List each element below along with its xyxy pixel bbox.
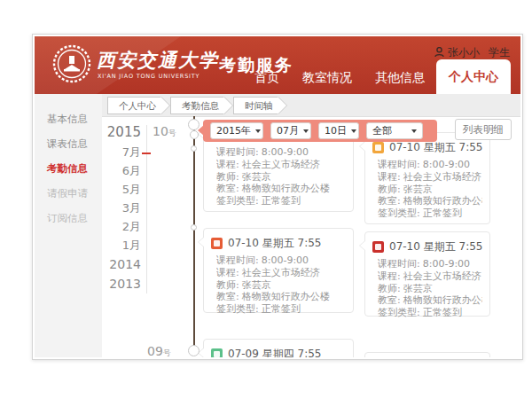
year-nav-axis — [146, 125, 147, 293]
card-field: 教室:格物致知行政办公楼 — [216, 291, 346, 303]
timeline-nav-item[interactable]: 6月 — [104, 161, 141, 180]
caret-down-icon — [303, 129, 309, 133]
timeline-nav-item[interactable]: 2013 — [104, 274, 141, 293]
card-field: 课程时间:8:00-9:00 — [378, 159, 482, 171]
status-icon — [372, 142, 384, 153]
nav-home[interactable]: 首页 — [243, 60, 291, 94]
app-header: 西安交通大学 XI'AN JIAO TONG UNIVERSITY 考勤服务 张… — [35, 36, 520, 94]
user-role: 学生 — [489, 45, 510, 60]
sidebar-item[interactable]: 考勤信息 — [35, 156, 102, 181]
card-field: 签到类型:正常签到 — [378, 307, 482, 319]
selected-month-tick — [142, 153, 151, 154]
card-field: 教室:格物致知行政办公楼 — [216, 183, 346, 195]
caret-down-icon — [351, 129, 356, 133]
status-icon — [211, 348, 223, 357]
timeline-node — [188, 345, 200, 356]
card-field: 教师:张芸京 — [378, 283, 482, 295]
timeline-nav-item[interactable]: 2月 — [104, 217, 141, 236]
card-field: 教师:张芸京 — [378, 184, 482, 196]
card-field: 课程时间:8:00-9:00 — [216, 146, 346, 159]
card-field: 课程:社会主义市场经济 — [378, 270, 482, 283]
timeline-nav-item[interactable]: 2015 — [104, 122, 141, 143]
app-viewport: 西安交通大学 XI'AN JIAO TONG UNIVERSITY 考勤服务 张… — [35, 36, 520, 357]
sidebar-item[interactable]: 订阅信息 — [35, 206, 102, 231]
sidebar-item[interactable]: 基本信息 — [35, 106, 102, 131]
day-marker-10: 10号 — [153, 124, 176, 139]
attendance-card — [364, 352, 490, 357]
card-field: 课程:社会主义市场经济 — [216, 159, 346, 171]
timeline-axis — [193, 116, 195, 354]
month-dropdown[interactable]: 07月 — [270, 122, 311, 139]
timeline-nav-item[interactable]: 5月 — [104, 180, 141, 199]
card-field: 教室:格物致知行政办公楼 — [378, 195, 482, 207]
card-header: 07-09 星期四 7:55 — [204, 340, 353, 357]
caret-down-icon — [411, 129, 417, 133]
timeline-node — [191, 224, 197, 231]
user-icon — [434, 47, 444, 58]
card-title: 07-10 星期五 7:55 — [228, 236, 321, 251]
timeline-year-nav: 2015 7月 6月 5月 3月 2月 1月 2014 2013 — [104, 122, 141, 293]
sidebar-item[interactable]: 请假申请 — [35, 181, 102, 206]
list-detail-button[interactable]: 列表明细 — [455, 119, 512, 140]
status-icon — [372, 241, 384, 253]
university-name-en: XI'AN JIAO TONG UNIVERSITY — [98, 73, 200, 80]
card-title: 07-09 星期四 7:55 — [228, 347, 321, 357]
attendance-card: 07-09 星期四 7:55 — [203, 339, 354, 357]
nav-classrooms[interactable]: 教室情况 — [291, 60, 364, 94]
timeline-nav-item[interactable]: 3月 — [104, 199, 141, 217]
card-title: 07-10 星期五 7:55 — [389, 239, 482, 254]
card-field: 课程:社会主义市场经济 — [216, 267, 346, 279]
type-dropdown[interactable]: 全部 — [366, 122, 423, 139]
page-background: 西安交通大学 XI'AN JIAO TONG UNIVERSITY 考勤服务 张… — [0, 0, 532, 399]
card-title: 07-10 星期五 7:55 — [389, 140, 482, 155]
timeline-nav-item[interactable]: 1月 — [104, 236, 141, 254]
user-info[interactable]: 张小小 学生 — [434, 45, 510, 59]
card-field: 教师:张芸京 — [216, 279, 346, 292]
main-nav: 首页 教室情况 其他信息 个人中心 — [243, 59, 511, 94]
breadcrumb: 个人中心 考勤信息 时间轴 — [107, 97, 287, 114]
breadcrumb-item[interactable]: 个人中心 — [107, 97, 161, 114]
nav-personal-center[interactable]: 个人中心 — [436, 59, 511, 94]
timeline-node — [191, 145, 197, 152]
breadcrumb-item[interactable]: 时间轴 — [233, 97, 278, 114]
card-field: 课程时间:8:00-9:00 — [216, 254, 346, 267]
app-window: 西安交通大学 XI'AN JIAO TONG UNIVERSITY 考勤服务 张… — [32, 34, 523, 360]
user-name: 张小小 — [448, 45, 480, 60]
timeline-node — [188, 119, 200, 130]
breadcrumb-item[interactable]: 考勤信息 — [170, 97, 224, 114]
university-emblem-icon — [52, 44, 91, 83]
timeline-node — [190, 130, 199, 139]
year-dropdown[interactable]: 2015年 — [210, 122, 263, 139]
card-field: 教师:张芸京 — [216, 171, 346, 184]
sidebar-item[interactable]: 课表信息 — [35, 131, 102, 156]
card-header: 07-10 星期五 7:55 — [365, 232, 489, 257]
card-header: 07-10 星期五 7:55 — [204, 229, 353, 254]
card-field: 签到类型:正常签到 — [378, 207, 482, 220]
university-name-cn: 西安交通大学 — [97, 48, 219, 73]
filter-bar: 2015年 07月 10日 全部 — [203, 120, 437, 142]
caret-down-icon — [255, 129, 261, 133]
timeline-nav-item[interactable]: 7月 — [104, 143, 141, 161]
attendance-card: 07-10 星期五 7:55 课程时间:8:00-9:00 课程:社会主义市场经… — [364, 132, 490, 224]
timeline-nav-item[interactable]: 2014 — [104, 254, 141, 274]
card-field: 课程时间:8:00-9:00 — [378, 258, 482, 270]
attendance-card: 07-10 星期五 7:55 课程时间:8:00-9:00 课程:社会主义市场经… — [203, 228, 354, 313]
card-field: 课程:社会主义市场经济 — [378, 171, 482, 184]
sidebar: 基本信息 课表信息 考勤信息 请假申请 订阅信息 — [35, 94, 102, 357]
card-field: 教室:格物致知行政办公楼 — [378, 294, 482, 307]
status-icon — [211, 238, 223, 249]
card-field: 签到类型:正常签到 — [216, 195, 346, 207]
nav-other-info[interactable]: 其他信息 — [364, 60, 436, 94]
day-dropdown[interactable]: 10日 — [318, 122, 359, 139]
attendance-card: 07-10 星期五 7:55 课程时间:8:00-9:00 课程:社会主义市场经… — [364, 231, 490, 317]
card-field: 签到类型:正常签到 — [216, 303, 346, 316]
breadcrumb-bar: 个人中心 考勤信息 时间轴 — [102, 94, 520, 117]
day-marker-09: 09号 — [147, 344, 171, 357]
